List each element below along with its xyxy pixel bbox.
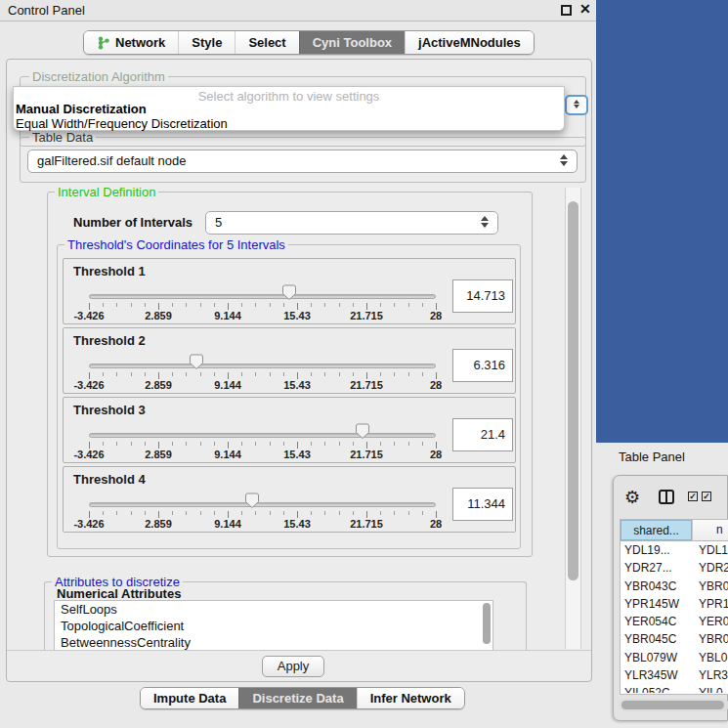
cell-name[interactable]: YBR0 — [692, 630, 728, 648]
number-of-intervals-combobox[interactable]: 5 — [205, 211, 498, 235]
tab-infer-network[interactable]: Infer Network — [357, 688, 464, 708]
tab-network[interactable]: Network — [84, 31, 178, 54]
tick-label: 2.859 — [145, 449, 172, 460]
tick-label: 9.144 — [214, 379, 241, 391]
tick-label: -3.426 — [73, 518, 104, 530]
tick-label: 2.859 — [145, 518, 172, 530]
table-row[interactable]: YDR27...YDR2 — [621, 559, 728, 577]
tab-select[interactable]: Select — [235, 31, 298, 54]
gear-icon[interactable]: ⚙ — [624, 487, 640, 508]
cell-shared-name[interactable]: YER054C — [621, 613, 692, 630]
tick-label: 2.859 — [145, 379, 172, 391]
checkbox-icon[interactable]: ✓ — [688, 492, 698, 501]
slider-track[interactable] — [89, 502, 436, 507]
option-manual-discretization[interactable]: Manual Discretization — [16, 102, 147, 116]
threshold-value-field[interactable]: 6.316 — [452, 349, 513, 382]
slider-track[interactable] — [89, 433, 436, 438]
cell-shared-name[interactable]: YDR27... — [621, 559, 692, 577]
cell-name[interactable]: YDL1 — [692, 541, 728, 559]
table-row[interactable]: YDL19...YDL1 — [621, 541, 728, 559]
tick-label: 2.859 — [145, 310, 172, 321]
slider-thumb[interactable] — [281, 284, 297, 301]
table-data-combobox[interactable]: galFiltered.sif default node — [27, 150, 578, 173]
control-panel-titlebar: Control Panel ✕ — [0, 0, 598, 21]
panel-scrollbar-track[interactable] — [565, 188, 581, 649]
table-row[interactable]: YLR345WYLR3 — [621, 666, 728, 684]
threshold-value-field[interactable]: 21.4 — [452, 418, 513, 451]
threshold-value-field[interactable]: 14.713 — [452, 279, 513, 313]
table-row[interactable]: YBL079WYBL0 — [621, 649, 728, 666]
node-table: shared... n YDL19...YDL1YDR27...YDR2YBR0… — [620, 519, 728, 695]
cell-name[interactable]: YLR3 — [692, 666, 728, 684]
slider-thumb[interactable] — [355, 423, 370, 440]
cell-shared-name[interactable]: YIL052C — [621, 684, 692, 693]
cell-shared-name[interactable]: YPR145W — [621, 595, 692, 613]
tick-label: 15.43 — [283, 518, 311, 530]
table-panel-dock: Table Panel ⚙ ✓ ✓ shared... n YDL19...YD… — [598, 443, 728, 728]
table-data-group-label: Table Data — [29, 130, 96, 145]
slider-thumb[interactable] — [244, 492, 260, 509]
slider-major-ticks — [89, 372, 438, 379]
cell-name[interactable]: YER0 — [692, 613, 728, 630]
tab-discretize-data[interactable]: Discretize Data — [238, 688, 356, 708]
column-header-name[interactable]: n — [692, 520, 728, 540]
threshold-label: Threshold 4 — [73, 472, 146, 487]
split-view-icon[interactable] — [659, 490, 674, 504]
table-row[interactable]: YIL052CYIL0 — [621, 684, 728, 693]
tick-label: -3.426 — [73, 449, 104, 460]
interval-definition-group-label: Interval Definition — [55, 185, 158, 199]
threshold-3-row: Threshold 3 -3.4262.8599.14415.4321.7152… — [63, 397, 516, 463]
cell-shared-name[interactable]: YDL19... — [621, 541, 692, 559]
algorithm-combobox[interactable] — [565, 95, 588, 115]
threshold-list: Threshold 1 -3.4262.8599.14415.4321.7152… — [63, 258, 518, 537]
stepper-icon — [574, 100, 582, 108]
table-row[interactable]: YBR043CYBR0 — [621, 578, 728, 595]
close-icon[interactable]: ✕ — [579, 1, 591, 17]
slider-track[interactable] — [89, 364, 436, 368]
cell-shared-name[interactable]: YBL079W — [621, 649, 692, 666]
apply-button[interactable]: Apply — [262, 656, 324, 677]
attribute-list-item[interactable]: SelfLoops — [55, 601, 492, 618]
table-header-row: shared... n — [621, 520, 728, 541]
divider — [7, 650, 591, 651]
table-row[interactable]: YPR145WYPR1 — [621, 595, 728, 613]
table-hscrollbar[interactable] — [620, 699, 728, 711]
cell-shared-name[interactable]: YBR045C — [621, 630, 692, 648]
table-data-value: galFiltered.sif default node — [37, 153, 186, 168]
attribute-list-item[interactable]: BetweennessCentrality — [55, 634, 492, 650]
tab-cyni-toolbox[interactable]: Cyni Toolbox — [299, 31, 405, 54]
column-header-shared[interactable]: shared... — [621, 520, 692, 540]
table-row[interactable]: YER054CYER0 — [621, 613, 728, 630]
tab-jactivemnodules[interactable]: jActiveMNodules — [405, 31, 534, 54]
float-panel-icon[interactable] — [561, 5, 572, 16]
cell-shared-name[interactable]: YLR345W — [621, 666, 692, 684]
tab-impute-data[interactable]: Impute Data — [141, 688, 238, 708]
slider-thumb[interactable] — [189, 354, 204, 370]
panel-scrollbar-thumb[interactable] — [568, 201, 578, 580]
list-scrollbar[interactable] — [483, 603, 491, 644]
tick-label: 21.715 — [350, 379, 383, 391]
tab-label: jActiveMNodules — [418, 35, 521, 50]
tab-label: Infer Network — [370, 691, 451, 706]
cell-name[interactable]: YBR0 — [692, 578, 728, 595]
algorithm-dropdown-popup: Select algorithm to view settings Manual… — [13, 86, 565, 131]
cell-name[interactable]: YBL0 — [692, 649, 728, 666]
checkbox-icon[interactable]: ✓ — [702, 492, 711, 501]
slider-track[interactable] — [89, 294, 436, 299]
network-icon — [97, 36, 110, 50]
cell-shared-name[interactable]: YBR043C — [621, 578, 692, 595]
cyni-mode-tabs: Impute Data Discretize Data Infer Networ… — [140, 687, 465, 709]
cell-name[interactable]: YPR1 — [692, 595, 728, 613]
cell-name[interactable]: YIL0 — [692, 684, 728, 693]
table-hscrollbar-thumb[interactable] — [621, 701, 724, 709]
threshold-label: Threshold 1 — [73, 264, 146, 278]
option-equal-width-frequency[interactable]: Equal Width/Frequency Discretization — [16, 116, 228, 131]
cell-name[interactable]: YDR2 — [692, 559, 728, 577]
tab-style[interactable]: Style — [178, 31, 235, 54]
attribute-list-item[interactable]: TopologicalCoefficient — [55, 618, 492, 634]
table-row[interactable]: YBR045CYBR0 — [621, 630, 728, 648]
slider-tick-labels: -3.4262.8599.14415.4321.71528 — [89, 310, 438, 322]
tick-label: -3.426 — [73, 379, 104, 391]
threshold-value-field[interactable]: 11.344 — [452, 488, 513, 521]
tick-label: 28 — [430, 518, 442, 530]
